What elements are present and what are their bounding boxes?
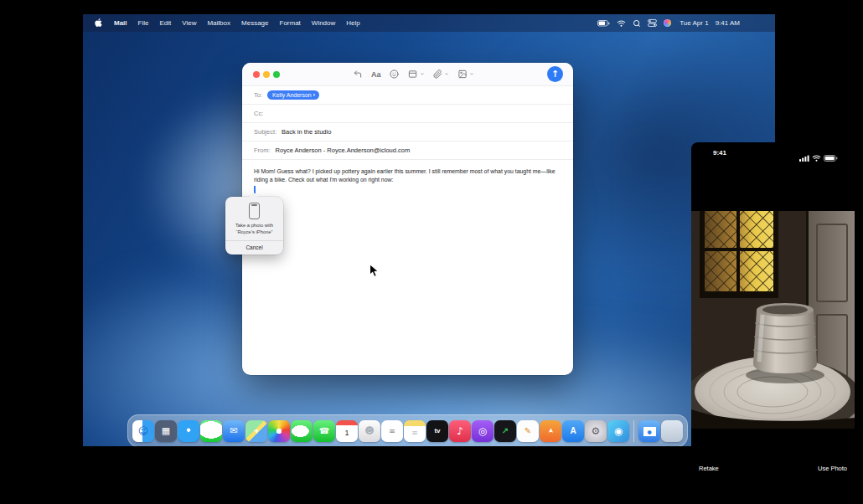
- chevron-down-icon: [444, 72, 449, 76]
- dock-item-maps[interactable]: ➤: [245, 420, 267, 442]
- insert-media-button[interactable]: [457, 69, 474, 79]
- dock-item-trash[interactable]: [661, 420, 683, 442]
- menu-bar-date[interactable]: Tue Apr 1: [680, 19, 708, 27]
- dock-item-contacts[interactable]: ☻: [359, 420, 380, 442]
- menu-item-view[interactable]: View: [182, 19, 196, 27]
- battery-icon: [824, 150, 838, 165]
- subject-label: Subject:: [254, 128, 276, 136]
- chevron-down-icon: [420, 72, 425, 76]
- subject-value: Back in the studio: [282, 128, 331, 136]
- menu-item-format[interactable]: Format: [280, 19, 301, 27]
- cc-label: Cc:: [254, 110, 263, 117]
- dock-item-tv[interactable]: tv: [426, 420, 448, 442]
- dock-item-mail[interactable]: ✉: [223, 420, 245, 442]
- menu-bar-time[interactable]: 9:41 AM: [716, 19, 740, 27]
- from-field[interactable]: From: Royce Anderson - Royce.Anderson@ic…: [242, 141, 573, 160]
- control-center-icon[interactable]: [648, 19, 657, 27]
- siri-icon[interactable]: [664, 19, 671, 27]
- wifi-icon[interactable]: [617, 20, 626, 27]
- dock-item-freeform[interactable]: ✎: [517, 420, 539, 442]
- dock: ☺ ▦ ✦ ✉ ➤ ☎ 1 ☻ ≡ ≡ tv ♪ ◎ ↗ ✎ ➤ A ⚙ ◉ ●: [127, 414, 688, 446]
- iphone-clock: 9:41: [713, 149, 726, 157]
- window-titlebar[interactable]: Aa: [242, 63, 573, 86]
- menu-item-file[interactable]: File: [138, 19, 149, 27]
- popover-arrow: [249, 193, 259, 198]
- dock-item-launchpad[interactable]: ▦: [155, 420, 177, 442]
- dock-item-stocks[interactable]: ↗: [494, 420, 516, 442]
- compose-toolbar: Aa: [353, 67, 474, 81]
- header-fields-button[interactable]: [407, 69, 425, 79]
- dock-item-settings[interactable]: ⚙: [585, 420, 607, 442]
- dock-item-continuity-camera[interactable]: ●: [638, 420, 660, 442]
- dock-item-reminders[interactable]: ≡: [381, 420, 403, 442]
- menu-item-window[interactable]: Window: [312, 19, 335, 27]
- zoom-button[interactable]: [273, 71, 280, 78]
- menu-bar: Mail File Edit View Mailbox Message Form…: [83, 14, 775, 32]
- apple-menu-icon[interactable]: [94, 18, 103, 29]
- attach-button[interactable]: [433, 69, 449, 79]
- dock-item-app-store[interactable]: A: [562, 420, 584, 442]
- dock-divider: [633, 420, 634, 442]
- menu-item-message[interactable]: Message: [241, 19, 268, 27]
- dock-item-rocket[interactable]: ➤: [540, 420, 561, 442]
- compose-window: Aa: [242, 63, 573, 375]
- dock-item-facetime[interactable]: [291, 420, 313, 442]
- retake-button[interactable]: Retake: [699, 465, 719, 472]
- cc-field[interactable]: Cc:: [242, 105, 573, 123]
- dock-item-finder[interactable]: ☺: [132, 420, 154, 442]
- wifi-icon: [812, 150, 821, 165]
- camera-controls: Retake Use Photo: [691, 465, 855, 472]
- iphone-icon: [249, 203, 260, 219]
- desktop: Mail File Edit View Mailbox Message Form…: [83, 14, 775, 446]
- continuity-camera-popover: Take a photo with “Royce’s iPhone” Cance…: [225, 197, 283, 255]
- dock-item-photos[interactable]: [268, 420, 290, 442]
- dock-item-phone[interactable]: ☎: [313, 420, 335, 442]
- use-photo-button[interactable]: Use Photo: [818, 465, 847, 472]
- mouse-cursor: [369, 263, 380, 279]
- subject-field[interactable]: Subject: Back in the studio: [242, 123, 573, 141]
- token-chevron-icon: ▾: [313, 92, 316, 97]
- camera-preview-pottery-photo: [691, 211, 855, 429]
- cancel-button[interactable]: Cancel: [225, 241, 283, 255]
- to-label: To:: [254, 91, 262, 99]
- dock-item-podcasts[interactable]: ◎: [472, 420, 494, 442]
- dock-item-notes[interactable]: ≡: [404, 420, 426, 442]
- dock-item-music[interactable]: ♪: [449, 420, 471, 442]
- emoji-button[interactable]: [390, 69, 399, 79]
- popover-label: Take a photo with “Royce’s iPhone”: [225, 223, 283, 235]
- to-field[interactable]: To: Kelly Anderson▾: [242, 86, 573, 105]
- message-body-text: Hi Mom! Guess what? I picked up pottery …: [254, 167, 561, 183]
- menu-item-help[interactable]: Help: [346, 19, 359, 27]
- minimize-button[interactable]: [263, 71, 270, 78]
- send-button[interactable]: ↑: [547, 66, 563, 82]
- from-label: From:: [254, 147, 271, 154]
- iphone-status-bar: 9:41: [691, 149, 855, 159]
- menu-item-mail[interactable]: Mail: [114, 19, 127, 27]
- dock-item-safari[interactable]: ✦: [178, 420, 199, 442]
- menu-item-mailbox[interactable]: Mailbox: [207, 19, 230, 27]
- from-value: Royce Anderson - Royce.Anderson@icloud.c…: [276, 147, 411, 154]
- cellular-icon: [799, 150, 809, 165]
- search-icon[interactable]: [633, 19, 641, 28]
- dock-item-calendar[interactable]: 1: [336, 420, 358, 442]
- undo-button[interactable]: [353, 69, 363, 79]
- battery-icon[interactable]: [597, 20, 610, 27]
- menu-item-edit[interactable]: Edit: [159, 19, 171, 27]
- message-body[interactable]: Hi Mom! Guess what? I picked up pottery …: [242, 160, 573, 191]
- recipient-token[interactable]: Kelly Anderson▾: [267, 90, 319, 100]
- dock-item-photo-booth[interactable]: ◉: [607, 420, 629, 442]
- iphone-camera-overlay: 9:41: [691, 142, 855, 498]
- dock-item-messages[interactable]: [200, 420, 222, 442]
- close-button[interactable]: [253, 71, 260, 78]
- screen: Mail File Edit View Mailbox Message Form…: [0, 0, 863, 504]
- chevron-down-icon: [469, 72, 474, 76]
- format-text-button[interactable]: Aa: [371, 70, 381, 79]
